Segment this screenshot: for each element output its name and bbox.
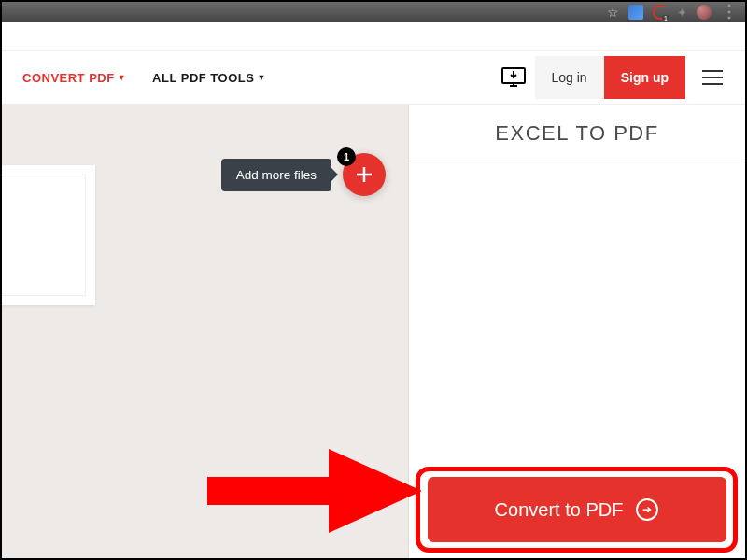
file-workspace: Add more files 1 LS n.xls bbox=[2, 105, 408, 558]
top-navbar: CONVERT PDF ▼ ALL PDF TOOLS ▼ Log in Sig… bbox=[2, 50, 745, 105]
bookmark-star-icon[interactable]: ☆ bbox=[607, 5, 619, 20]
annotation-arrow-icon bbox=[207, 435, 431, 547]
svg-marker-7 bbox=[207, 449, 422, 533]
add-more-files-group: Add more files 1 bbox=[221, 153, 386, 196]
main-content: Add more files 1 LS n.xls bbox=[2, 105, 745, 558]
hamburger-menu-icon[interactable] bbox=[691, 56, 734, 99]
extension-icon[interactable] bbox=[628, 5, 643, 20]
convert-to-pdf-button[interactable]: Convert to PDF ➔ bbox=[428, 477, 726, 542]
chevron-down-icon: ▼ bbox=[257, 73, 265, 82]
login-label: Log in bbox=[552, 70, 587, 85]
browser-menu-icon[interactable]: ⋮ bbox=[721, 8, 738, 15]
file-card[interactable]: LS bbox=[0, 165, 95, 305]
arrow-right-circle-icon: ➔ bbox=[636, 498, 658, 521]
nav-left-group: CONVERT PDF ▼ ALL PDF TOOLS ▼ bbox=[22, 71, 266, 85]
browser-chrome-bar: ☆ 1 ✦ ⋮ bbox=[2, 2, 745, 22]
nav-all-pdf-tools[interactable]: ALL PDF TOOLS ▼ bbox=[152, 71, 266, 85]
badge-count: 1 bbox=[344, 151, 349, 162]
nav-convert-pdf[interactable]: CONVERT PDF ▼ bbox=[22, 71, 126, 85]
file-preview: LS bbox=[0, 175, 86, 296]
extension-icon[interactable]: 1 bbox=[653, 5, 668, 20]
nav-convert-label: CONVERT PDF bbox=[22, 71, 115, 85]
conversion-panel: EXCEL TO PDF Convert to PDF ➔ bbox=[408, 105, 745, 558]
add-more-tooltip: Add more files bbox=[221, 159, 331, 191]
login-button[interactable]: Log in bbox=[535, 56, 604, 99]
desktop-app-icon[interactable] bbox=[492, 56, 535, 99]
panel-title: EXCEL TO PDF bbox=[409, 105, 745, 161]
extensions-puzzle-icon[interactable]: ✦ bbox=[677, 6, 687, 20]
nav-right-group: Log in Sign up bbox=[492, 56, 734, 99]
chevron-down-icon: ▼ bbox=[118, 73, 126, 82]
add-file-button[interactable]: 1 bbox=[343, 153, 386, 196]
signup-label: Sign up bbox=[621, 70, 669, 85]
panel-body: Convert to PDF ➔ bbox=[409, 161, 745, 558]
tooltip-text: Add more files bbox=[236, 168, 317, 182]
annotation-highlight-box: Convert to PDF ➔ bbox=[416, 467, 738, 553]
file-count-badge: 1 bbox=[337, 147, 356, 166]
convert-button-label: Convert to PDF bbox=[495, 499, 624, 521]
profile-avatar-icon[interactable] bbox=[697, 5, 712, 20]
nav-tools-label: ALL PDF TOOLS bbox=[152, 71, 254, 85]
signup-button[interactable]: Sign up bbox=[604, 56, 685, 99]
spacer bbox=[2, 22, 745, 50]
